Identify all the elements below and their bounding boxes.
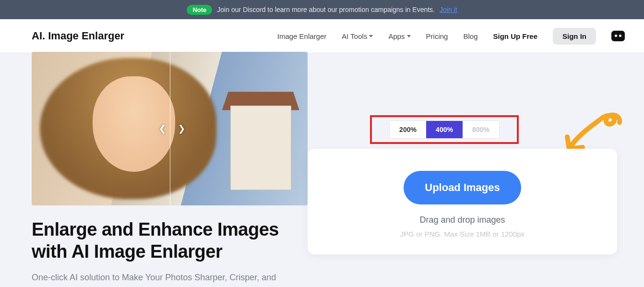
upload-card: Upload Images Drag and drop images JPG o…: [308, 149, 617, 254]
announcement-text: Join our Discord to learn more about our…: [217, 6, 435, 13]
nav-ai-tools[interactable]: AI Tools: [342, 32, 373, 40]
scale-option-400[interactable]: 400%: [426, 121, 463, 138]
drag-drop-text: Drag and drop images: [317, 215, 608, 225]
announcement-bar: Note Join our Discord to learn more abou…: [0, 0, 644, 19]
nav-apps[interactable]: Apps: [388, 32, 410, 40]
main-nav: Image Enlarger AI Tools Apps Pricing Blo…: [277, 28, 625, 45]
nav-pricing[interactable]: Pricing: [426, 32, 448, 40]
title-line-2: with AI Image Enlarger: [32, 241, 222, 262]
page-title: Enlarge and Enhance Images with AI Image…: [32, 219, 308, 263]
nav-image-enlarger[interactable]: Image Enlarger: [277, 32, 327, 40]
sign-up-free-link[interactable]: Sign Up Free: [493, 32, 537, 40]
discord-icon[interactable]: [611, 31, 625, 41]
chevron-down-icon: [369, 35, 373, 37]
nav-blog[interactable]: Blog: [463, 32, 477, 40]
hero-comparison-image: ❮ ❯: [32, 52, 308, 205]
slider-arrow-left-icon[interactable]: ❮: [159, 123, 166, 134]
scale-selector-highlight: 200% 400% 800%: [370, 115, 519, 144]
main-header: AI. Image Enlarger Image Enlarger AI Too…: [0, 19, 644, 53]
title-line-1: Enlarge and Enhance Images: [32, 219, 279, 239]
upload-images-button[interactable]: Upload Images: [404, 171, 521, 204]
nav-ai-tools-label: AI Tools: [342, 32, 367, 40]
comparison-divider[interactable]: [170, 52, 170, 205]
slider-arrow-right-icon[interactable]: ❯: [178, 123, 185, 134]
scale-selector: 200% 400% 800%: [390, 121, 499, 138]
chevron-down-icon: [407, 35, 411, 37]
page-subtitle: One-click AI solution to Make Your Photo…: [32, 271, 300, 287]
upload-hint-text: JPG or PNG. Max Size 1MB or 1200px: [317, 230, 608, 238]
nav-apps-label: Apps: [388, 32, 405, 40]
sign-in-button[interactable]: Sign In: [553, 28, 596, 45]
scale-option-200[interactable]: 200%: [390, 121, 426, 138]
note-badge: Note: [187, 5, 212, 15]
join-discord-link[interactable]: Join it: [440, 6, 457, 13]
logo[interactable]: AI. Image Enlarger: [32, 30, 124, 42]
scale-option-800: 800%: [463, 121, 499, 138]
